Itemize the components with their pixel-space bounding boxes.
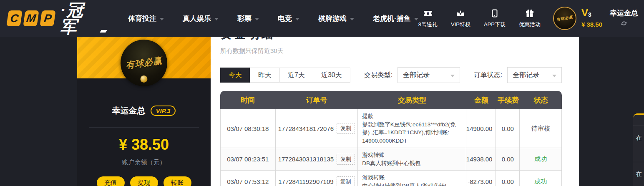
transaction-type-detail: 中心钱包转账到DB真人[游戏免转] — [362, 182, 446, 186]
avatar[interactable]: 有球必赢 — [553, 7, 576, 30]
customer-service-float-widget[interactable]: 在 在 — [633, 113, 644, 186]
copy-button[interactable]: 复制 — [337, 176, 355, 186]
chevron-down-icon — [255, 18, 259, 20]
logo-letter-box: P — [40, 10, 55, 26]
quick-link-app-download[interactable]: APP下载 — [484, 8, 506, 28]
tab-last-7-days[interactable]: 近7天 — [279, 68, 313, 83]
transaction-type-label: 交易类型: — [364, 71, 392, 80]
cell-amount: 14938.00 — [466, 148, 496, 170]
logo-suffix-text: ·冠军 — [60, 2, 96, 35]
nav-label: 体育投注 — [128, 14, 156, 23]
user-profile-sidebar: 有球必赢 幸运金总 VIP.3 ¥ 38.50 账户余额（元） 充值 提现 转账 — [77, 37, 211, 186]
quick-links: ¥ 8号送礼 VIP特权 APP下载 优惠活动 — [418, 8, 541, 28]
column-header-fee: 手续费 — [496, 96, 520, 105]
logo-letter-box: M — [23, 10, 39, 26]
chevron-down-icon — [160, 18, 164, 20]
nav-item-sports[interactable]: 体育投注 — [128, 14, 164, 23]
float-widget-item[interactable]: 在 — [633, 162, 644, 186]
username-text: 幸运金总 — [610, 8, 638, 18]
header-balance: ¥ 38.50 — [581, 21, 602, 28]
quick-link-gift8[interactable]: ¥ 8号送礼 — [418, 8, 438, 28]
nav-label: 电竞 — [278, 14, 292, 23]
nav-item-esports[interactable]: 电竞 — [278, 14, 299, 23]
chevron-down-icon — [414, 18, 418, 20]
order-status-label: 订单状态: — [474, 71, 502, 80]
refresh-balance-button[interactable] — [610, 20, 638, 29]
order-number: 1772841192907109 — [278, 178, 333, 185]
transfer-button[interactable]: 转账 — [164, 176, 191, 186]
nav-item-board-games[interactable]: 棋牌游戏 — [318, 14, 354, 23]
vip-letter: V — [581, 8, 588, 18]
column-header-order: 订单号 — [275, 96, 358, 105]
quick-link-promotions[interactable]: 优惠活动 — [519, 8, 541, 28]
table-row: 03/07 07:53:12 1772841192907109 复制 游戏转账 … — [221, 171, 561, 186]
cell-fee: 0.00 — [496, 109, 520, 148]
chevron-down-icon — [350, 18, 354, 20]
deposit-button[interactable]: 充值 — [97, 176, 125, 186]
select-value: 全部记录 — [513, 71, 539, 80]
quick-link-vip[interactable]: VIP特权 — [451, 8, 470, 28]
withdraw-button[interactable]: 提现 — [130, 176, 158, 186]
chevron-down-icon — [552, 75, 556, 77]
nav-label: 老虎机·捕鱼 — [373, 14, 411, 23]
cell-time: 03/07 08:30:18 — [221, 109, 276, 148]
table-row: 03/07 08:30:18 1772843418172076 复制 提款 提款… — [221, 109, 561, 148]
copy-button[interactable]: 复制 — [337, 123, 355, 134]
status-badge: 成功 — [520, 171, 561, 186]
cell-fee: 0.00 — [496, 148, 520, 170]
golden-ball-decoration — [141, 75, 148, 83]
avatar-text: 有球必赢 — [125, 55, 163, 71]
float-widget-item[interactable]: 在 — [633, 126, 644, 150]
column-header-amount: 金额 — [466, 96, 496, 105]
table-row: 03/07 08:23:51 1772843031318135 复制 游戏转账 … — [221, 148, 561, 171]
nav-item-slots-fishing[interactable]: 老虎机·捕鱼 — [373, 14, 418, 23]
quick-link-label: APP下载 — [484, 21, 506, 28]
site-logo[interactable]: C M P ·冠军 — [8, 2, 106, 35]
cell-type: 提款 提款到数字K豆钱包:ec6113***dfb2(免提) ,汇率=1KDDT… — [358, 109, 466, 148]
nav-label: 真人娱乐 — [183, 14, 211, 23]
transaction-type-detail: DB真人转账到中心钱包 — [362, 159, 420, 168]
refresh-icon — [620, 20, 628, 29]
transaction-type-detail: 提款到数字K豆钱包:ec6113***dfb2(免提) ,汇率=1KDDT:1C… — [362, 121, 461, 145]
column-header-status: 状态 — [520, 96, 562, 105]
order-status-select[interactable]: 全部记录 — [507, 67, 562, 83]
logo-letter: C — [10, 12, 20, 25]
transaction-type-title: 游戏转账 — [362, 173, 385, 182]
table-body: 03/07 08:30:18 1772843418172076 复制 提款 提款… — [220, 109, 562, 186]
nav-item-lottery[interactable]: 彩票 — [237, 14, 259, 23]
transactions-table: 时间 订单号 交易类型 金额 手续费 状态 03/07 08:30:18 177… — [220, 91, 562, 186]
logo-dash-decoration — [100, 30, 107, 33]
column-header-time: 时间 — [220, 96, 275, 105]
nav-item-live-casino[interactable]: 真人娱乐 — [183, 14, 219, 23]
transaction-type-select[interactable]: 全部记录 — [397, 67, 460, 83]
tab-today[interactable]: 今天 — [220, 68, 250, 83]
cell-fee: 0.00 — [496, 171, 520, 186]
cell-amount: -8273.00 — [466, 171, 496, 186]
cell-order: 1772843031318135 复制 — [276, 148, 358, 170]
select-value: 全部记录 — [403, 71, 430, 80]
vip-level-indicator: V 3 — [581, 8, 602, 18]
divider — [89, 127, 199, 128]
date-range-tabs: 今天 昨天 近7天 近30天 — [220, 68, 350, 83]
logo-letter: P — [43, 12, 52, 25]
data-retention-notice: 所有数据只保留近30天 — [220, 47, 562, 55]
svg-text:¥: ¥ — [427, 11, 429, 16]
order-number: 1772843418172076 — [278, 125, 334, 132]
cell-type: 游戏转账 DB真人转账到中心钱包 — [358, 148, 466, 170]
vip-badge: VIP.3 — [151, 106, 176, 116]
avatar[interactable]: 有球必赢 — [121, 40, 167, 86]
cell-order: 1772843418172076 复制 — [276, 109, 358, 148]
sidebar-username: 幸运金总 — [112, 105, 146, 116]
copy-button[interactable]: 复制 — [337, 154, 355, 165]
order-number: 1772843031318135 — [278, 156, 334, 163]
logo-letter: M — [25, 12, 37, 25]
status-badge: 成功 — [520, 148, 561, 170]
nav-label: 彩票 — [237, 14, 252, 23]
user-account-box[interactable]: 有球必赢 V 3 幸运金总 ¥ 38.50 — [553, 7, 638, 30]
tab-last-30-days[interactable]: 近30天 — [313, 68, 350, 83]
logo-letter-box: C — [6, 10, 22, 26]
column-header-type: 交易类型 — [358, 96, 466, 105]
tab-yesterday[interactable]: 昨天 — [250, 68, 280, 83]
quick-link-label: 8号送礼 — [418, 21, 438, 28]
cell-amount: 14900.00 — [466, 109, 496, 148]
